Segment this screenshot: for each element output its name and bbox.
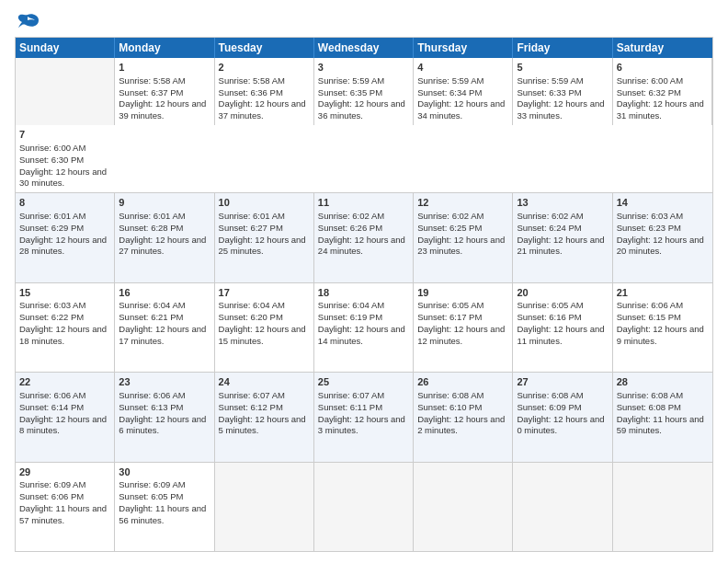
header bbox=[15, 11, 713, 33]
sunset: Sunset: 6:36 PM bbox=[219, 87, 283, 98]
daylight: Daylight: 11 hours and 59 minutes. bbox=[617, 414, 704, 436]
sunset: Sunset: 6:12 PM bbox=[219, 402, 283, 412]
sunset: Sunset: 6:30 PM bbox=[19, 155, 84, 165]
sunrise: Sunrise: 6:08 AM bbox=[417, 390, 483, 400]
daylight: Daylight: 12 hours and 18 minutes. bbox=[19, 324, 107, 346]
calendar-row-4: 22Sunrise: 6:06 AMSunset: 6:14 PMDayligh… bbox=[16, 372, 712, 461]
sunrise: Sunrise: 6:01 AM bbox=[219, 211, 285, 221]
day-number: 1 bbox=[119, 61, 210, 75]
empty-cell bbox=[414, 463, 513, 551]
daylight: Daylight: 12 hours and 31 minutes. bbox=[617, 98, 704, 121]
day-cell-15: 15Sunrise: 6:03 AMSunset: 6:22 PMDayligh… bbox=[16, 283, 115, 372]
sunrise: Sunrise: 5:59 AM bbox=[517, 75, 583, 86]
day-number: 3 bbox=[318, 61, 409, 75]
sunrise: Sunrise: 6:04 AM bbox=[119, 300, 185, 310]
daylight: Daylight: 12 hours and 12 minutes. bbox=[417, 324, 505, 346]
sunrise: Sunrise: 5:59 AM bbox=[318, 75, 384, 86]
calendar-body: 1Sunrise: 5:58 AMSunset: 6:37 PMDaylight… bbox=[16, 58, 712, 551]
day-number: 15 bbox=[19, 286, 110, 300]
sunrise: Sunrise: 6:05 AM bbox=[517, 300, 583, 310]
day-cell-23: 23Sunrise: 6:06 AMSunset: 6:13 PMDayligh… bbox=[115, 373, 214, 461]
sunset: Sunset: 6:26 PM bbox=[318, 223, 382, 233]
daylight: Daylight: 12 hours and 5 minutes. bbox=[219, 414, 306, 436]
day-number: 8 bbox=[19, 196, 110, 210]
sunset: Sunset: 6:24 PM bbox=[517, 223, 581, 233]
sunset: Sunset: 6:10 PM bbox=[417, 402, 482, 412]
day-number: 23 bbox=[119, 375, 210, 389]
daylight: Daylight: 12 hours and 23 minutes. bbox=[417, 235, 505, 257]
daylight: Daylight: 12 hours and 3 minutes. bbox=[318, 414, 405, 436]
sunrise: Sunrise: 6:04 AM bbox=[219, 300, 285, 310]
daylight: Daylight: 12 hours and 30 minutes. bbox=[19, 167, 107, 189]
daylight: Daylight: 12 hours and 27 minutes. bbox=[119, 235, 206, 257]
page: SundayMondayTuesdayWednesdayThursdayFrid… bbox=[0, 0, 728, 563]
sunrise: Sunrise: 5:59 AM bbox=[417, 75, 483, 86]
sunset: Sunset: 6:11 PM bbox=[318, 402, 382, 412]
sunset: Sunset: 6:20 PM bbox=[219, 312, 283, 322]
daylight: Daylight: 11 hours and 57 minutes. bbox=[19, 503, 107, 525]
header-day-saturday: Saturday bbox=[613, 38, 712, 58]
daylight: Daylight: 12 hours and 25 minutes. bbox=[219, 235, 306, 257]
empty-cell bbox=[314, 463, 414, 551]
day-cell-22: 22Sunrise: 6:06 AMSunset: 6:14 PMDayligh… bbox=[16, 373, 115, 461]
day-cell-6: 6Sunrise: 6:00 AMSunset: 6:32 PMDaylight… bbox=[613, 58, 712, 125]
sunset: Sunset: 6:09 PM bbox=[517, 402, 581, 412]
sunset: Sunset: 6:33 PM bbox=[517, 87, 581, 98]
header-day-monday: Monday bbox=[115, 38, 214, 58]
day-cell-12: 12Sunrise: 6:02 AMSunset: 6:25 PMDayligh… bbox=[414, 193, 513, 282]
daylight: Daylight: 12 hours and 28 minutes. bbox=[19, 235, 107, 257]
day-number: 14 bbox=[617, 196, 709, 210]
day-cell-16: 16Sunrise: 6:04 AMSunset: 6:21 PMDayligh… bbox=[115, 283, 214, 372]
daylight: Daylight: 12 hours and 8 minutes. bbox=[19, 414, 107, 436]
day-number: 13 bbox=[517, 196, 608, 210]
calendar-row-2: 8Sunrise: 6:01 AMSunset: 6:29 PMDaylight… bbox=[16, 192, 712, 282]
day-number: 27 bbox=[517, 375, 608, 389]
day-number: 22 bbox=[19, 375, 110, 389]
daylight: Daylight: 11 hours and 56 minutes. bbox=[119, 503, 206, 525]
sunset: Sunset: 6:28 PM bbox=[119, 223, 183, 233]
day-cell-26: 26Sunrise: 6:08 AMSunset: 6:10 PMDayligh… bbox=[414, 373, 513, 461]
calendar-row-5: 29Sunrise: 6:09 AMSunset: 6:06 PMDayligh… bbox=[16, 462, 712, 551]
day-number: 21 bbox=[617, 286, 709, 300]
day-cell-13: 13Sunrise: 6:02 AMSunset: 6:24 PMDayligh… bbox=[513, 193, 612, 282]
day-cell-10: 10Sunrise: 6:01 AMSunset: 6:27 PMDayligh… bbox=[215, 193, 314, 282]
daylight: Daylight: 12 hours and 15 minutes. bbox=[219, 324, 306, 346]
sunrise: Sunrise: 6:07 AM bbox=[219, 390, 285, 400]
daylight: Daylight: 12 hours and 9 minutes. bbox=[617, 324, 704, 346]
day-number: 19 bbox=[417, 286, 508, 300]
day-cell-29: 29Sunrise: 6:09 AMSunset: 6:06 PMDayligh… bbox=[16, 463, 115, 551]
empty-cell bbox=[215, 463, 314, 551]
day-number: 10 bbox=[219, 196, 310, 210]
day-cell-28: 28Sunrise: 6:08 AMSunset: 6:08 PMDayligh… bbox=[613, 373, 712, 461]
day-number: 6 bbox=[617, 61, 708, 75]
daylight: Daylight: 12 hours and 17 minutes. bbox=[119, 324, 206, 346]
day-cell-25: 25Sunrise: 6:07 AMSunset: 6:11 PMDayligh… bbox=[314, 373, 414, 461]
sunset: Sunset: 6:34 PM bbox=[417, 87, 482, 98]
day-number: 5 bbox=[517, 61, 608, 75]
day-cell-30: 30Sunrise: 6:09 AMSunset: 6:05 PMDayligh… bbox=[115, 463, 214, 551]
logo bbox=[15, 11, 44, 33]
sunset: Sunset: 6:23 PM bbox=[617, 223, 681, 233]
day-cell-18: 18Sunrise: 6:04 AMSunset: 6:19 PMDayligh… bbox=[314, 283, 414, 372]
day-number: 16 bbox=[119, 286, 210, 300]
daylight: Daylight: 12 hours and 33 minutes. bbox=[517, 98, 604, 121]
sunrise: Sunrise: 6:05 AM bbox=[417, 300, 483, 310]
daylight: Daylight: 12 hours and 24 minutes. bbox=[318, 235, 405, 257]
header-day-wednesday: Wednesday bbox=[314, 38, 414, 58]
sunset: Sunset: 6:15 PM bbox=[617, 312, 681, 322]
day-cell-21: 21Sunrise: 6:06 AMSunset: 6:15 PMDayligh… bbox=[613, 283, 712, 372]
day-number: 7 bbox=[19, 128, 111, 142]
day-cell-8: 8Sunrise: 6:01 AMSunset: 6:29 PMDaylight… bbox=[16, 193, 115, 282]
daylight: Daylight: 12 hours and 2 minutes. bbox=[417, 414, 505, 436]
sunset: Sunset: 6:05 PM bbox=[119, 491, 183, 501]
sunset: Sunset: 6:29 PM bbox=[19, 223, 84, 233]
sunrise: Sunrise: 6:03 AM bbox=[19, 300, 85, 310]
sunrise: Sunrise: 6:01 AM bbox=[119, 211, 185, 221]
daylight: Daylight: 12 hours and 6 minutes. bbox=[119, 414, 206, 436]
sunrise: Sunrise: 5:58 AM bbox=[219, 75, 285, 86]
sunrise: Sunrise: 6:02 AM bbox=[417, 211, 483, 221]
sunrise: Sunrise: 6:02 AM bbox=[318, 211, 384, 221]
day-number: 9 bbox=[119, 196, 210, 210]
empty-cell bbox=[613, 463, 712, 551]
sunset: Sunset: 6:13 PM bbox=[119, 402, 183, 412]
